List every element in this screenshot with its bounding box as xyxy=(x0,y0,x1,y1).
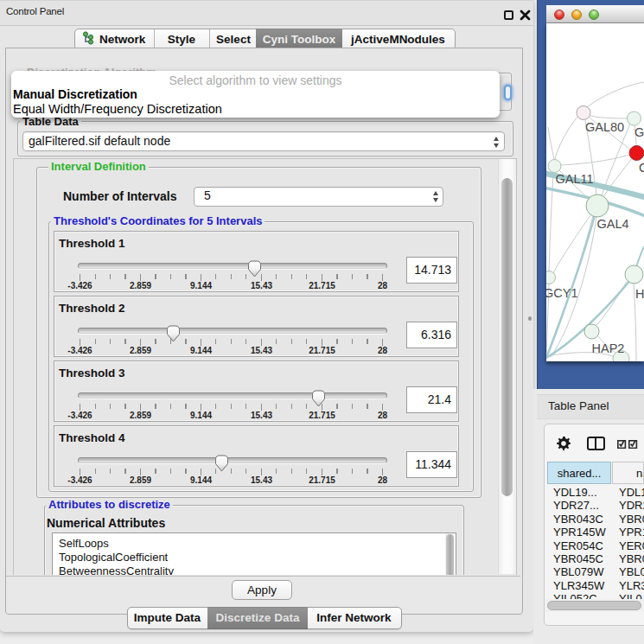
svg-text:GAL4: GAL4 xyxy=(597,217,629,231)
svg-text:H: H xyxy=(635,287,644,301)
svg-text:GA: GA xyxy=(634,125,644,139)
svg-text:HAP2: HAP2 xyxy=(592,341,625,355)
svg-text:GAL80: GAL80 xyxy=(585,120,624,134)
svg-text:GCY1: GCY1 xyxy=(546,286,578,300)
svg-text:C: C xyxy=(639,161,644,175)
svg-text:GAL11: GAL11 xyxy=(556,172,594,186)
